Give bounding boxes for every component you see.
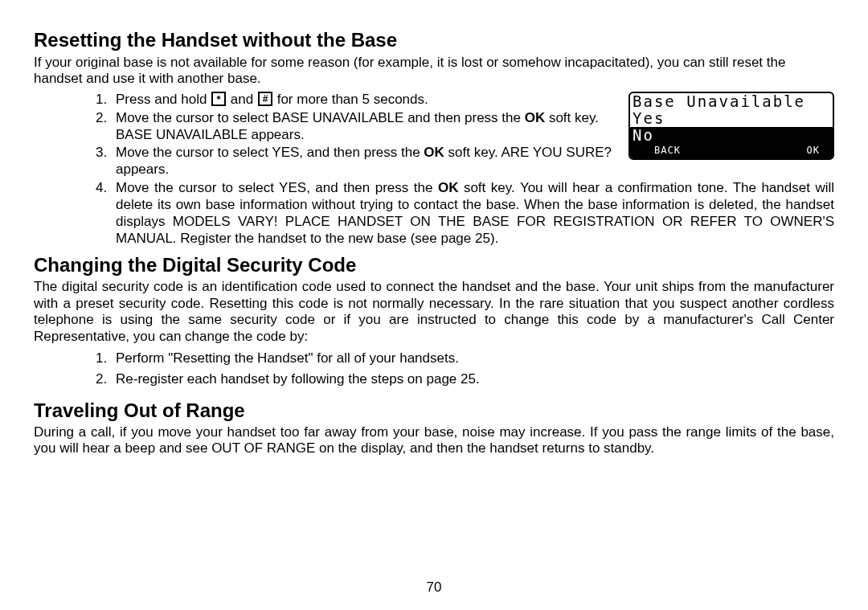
svg-text:#: #: [263, 93, 268, 104]
step-1-text-b: and: [227, 92, 257, 107]
step-4: Move the cursor to select YES, and then …: [111, 180, 834, 248]
step-4-ok: OK: [438, 180, 459, 195]
step-2-ok: OK: [525, 110, 546, 125]
lcd-line-1: Base Unavailable: [630, 93, 833, 110]
section2-step-2: Re-register each handset by following th…: [111, 371, 834, 388]
step-2-text-a: Move the cursor to select BASE UNAVAILAB…: [116, 110, 525, 125]
step-3-ok: OK: [424, 145, 444, 160]
key-star-icon: *: [211, 92, 227, 108]
svg-text:*: *: [217, 93, 222, 105]
section2-title: Changing the Digital Security Code: [34, 254, 834, 276]
lcd-softkey-ok: OK: [807, 145, 820, 156]
lcd-frame: Base Unavailable Yes No BACK OK: [628, 92, 834, 160]
section2-step-1: Perform "Resetting the Handset" for all …: [111, 350, 834, 367]
key-hash-icon: #: [257, 92, 273, 108]
section3-title: Traveling Out of Range: [34, 399, 834, 422]
section1-intro: If your original base is not available f…: [34, 55, 834, 87]
step-3-text-a: Move the cursor to select YES, and then …: [116, 145, 424, 160]
lcd-screenshot: Base Unavailable Yes No BACK OK: [628, 92, 834, 160]
step-1-text-a: Press and hold: [116, 92, 211, 107]
lcd-line-3-selected: No: [630, 127, 833, 144]
page-number: 70: [0, 579, 868, 596]
lcd-softkey-back: BACK: [654, 145, 681, 156]
step-4-text-a: Move the cursor to select YES, and then …: [116, 180, 438, 195]
section2-steps: Perform "Resetting the Handset" for all …: [34, 350, 834, 388]
section1-title: Resetting the Handset without the Base: [34, 29, 834, 51]
step-1-text-c: for more than 5 seconds.: [273, 92, 428, 107]
lcd-softkey-row: BACK OK: [630, 144, 833, 158]
section3-body: During a call, if you move your handset …: [34, 424, 834, 457]
lcd-line-2: Yes: [630, 110, 833, 127]
manual-page: Resetting the Handset without the Base I…: [0, 0, 868, 610]
section2-intro: The digital security code is an identifi…: [34, 279, 834, 345]
